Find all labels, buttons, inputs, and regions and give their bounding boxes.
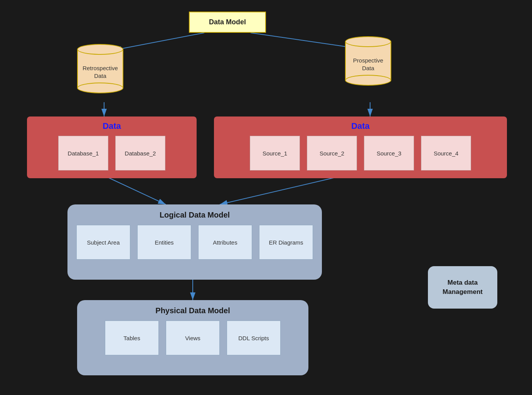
cyl-body-prosp: Prospective Data <box>345 42 391 80</box>
source3-box: Source_3 <box>364 136 414 170</box>
data-model-box: Data Model <box>189 12 266 33</box>
source2-box: Source_2 <box>307 136 357 170</box>
source1-box: Source_1 <box>250 136 300 170</box>
prosp-label: Prospective Data <box>346 57 391 72</box>
svg-line-1 <box>114 33 204 50</box>
meta-data-label: Meta data Management <box>443 278 483 297</box>
left-data-title: Data <box>33 121 190 131</box>
left-data-container: Data Database_1 Database_2 <box>27 116 197 178</box>
database2-box: Database_2 <box>115 136 165 170</box>
attributes-box: Attributes <box>198 225 252 260</box>
logical-data-model-container: Logical Data Model Subject Area Entities… <box>67 204 322 280</box>
ddl-scripts-box: DDL Scripts <box>227 321 281 355</box>
physical-data-model-container: Physical Data Model Tables Views DDL Scr… <box>77 300 308 375</box>
right-data-container: Data Source_1 Source_2 Source_3 Source_4 <box>214 116 507 178</box>
cyl-top-retro <box>77 44 123 55</box>
views-box: Views <box>166 321 220 355</box>
logical-data-boxes: Subject Area Entities Attributes ER Diag… <box>75 225 314 260</box>
left-data-boxes: Database_1 Database_2 <box>33 136 190 170</box>
cyl-top-prosp <box>345 36 391 47</box>
source4-box: Source_4 <box>421 136 471 170</box>
physical-data-model-title: Physical Data Model <box>85 306 301 315</box>
retro-label: Retrospective Data <box>78 64 123 79</box>
svg-line-6 <box>220 177 335 204</box>
physical-data-boxes: Tables Views DDL Scripts <box>85 321 301 355</box>
cyl-bottom-retro <box>77 83 123 93</box>
meta-data-management-box: Meta data Management <box>428 266 497 309</box>
tables-box: Tables <box>105 321 159 355</box>
data-model-label: Data Model <box>209 18 246 26</box>
retrospective-data-cylinder: Retrospective Data <box>77 39 123 99</box>
cyl-bottom-prosp <box>345 75 391 86</box>
subject-area-box: Subject Area <box>76 225 130 260</box>
database1-box: Database_1 <box>58 136 108 170</box>
right-data-boxes: Source_1 Source_2 Source_3 Source_4 <box>220 136 501 170</box>
diagram: Data Model Retrospective Data Prospectiv… <box>0 0 532 395</box>
er-diagrams-box: ER Diagrams <box>259 225 313 260</box>
prospective-data-cylinder: Prospective Data <box>345 31 391 91</box>
right-data-title: Data <box>220 121 501 131</box>
logical-data-model-title: Logical Data Model <box>75 211 314 219</box>
cyl-body-retro: Retrospective Data <box>77 49 123 88</box>
entities-box: Entities <box>137 225 191 260</box>
svg-line-5 <box>108 177 166 204</box>
